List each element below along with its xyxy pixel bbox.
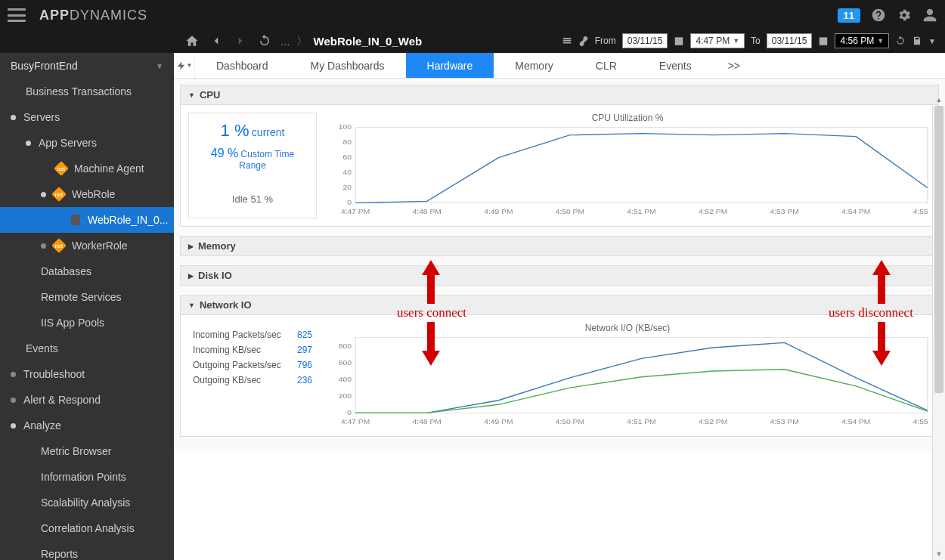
- sidebar-item-business-transactions[interactable]: Business Transactions: [0, 79, 174, 104]
- svg-text:600: 600: [339, 358, 352, 366]
- svg-text:20: 20: [343, 184, 352, 191]
- back-icon[interactable]: [209, 34, 223, 48]
- reload-icon[interactable]: [895, 36, 906, 46]
- arrow-down-icon: [422, 322, 440, 366]
- sidebar-item-workerrole[interactable]: netWorkerRole: [0, 233, 174, 258]
- notification-badge[interactable]: 11: [838, 8, 860, 23]
- svg-text:4:51 PM: 4:51 PM: [627, 418, 655, 425]
- svg-text:4:53 PM: 4:53 PM: [770, 418, 799, 425]
- tab-dashboard[interactable]: Dashboard: [195, 53, 290, 78]
- tab-clr[interactable]: CLR: [575, 53, 638, 78]
- annotation-connect: users connect: [397, 305, 466, 320]
- table-row: Outgoing KB/sec236: [193, 373, 312, 388]
- svg-rect-0: [675, 37, 683, 45]
- svg-text:0: 0: [347, 199, 352, 206]
- sidebar-item-analyze[interactable]: Analyze: [0, 413, 174, 438]
- top-bar: APPDYNAMICS 11: [0, 0, 945, 30]
- sidebar-item-machine-agent[interactable]: netMachine Agent: [0, 156, 174, 181]
- svg-text:0: 0: [347, 409, 352, 416]
- cpu-chart: CPU Utilization % 0204060801004:47 PM4:4…: [324, 113, 931, 218]
- chevron-right-icon: 〉: [296, 34, 308, 48]
- svg-rect-1: [820, 37, 828, 45]
- dropdown-icon[interactable]: ▼: [928, 37, 936, 45]
- memory-section-header[interactable]: ▶Memory: [180, 236, 939, 256]
- arrow-up-icon: [872, 260, 891, 304]
- sidebar-item-servers[interactable]: Servers: [0, 104, 174, 130]
- svg-text:4:54 PM: 4:54 PM: [841, 418, 870, 425]
- link-icon[interactable]: [578, 36, 589, 46]
- save-icon[interactable]: [912, 36, 922, 46]
- sidebar-item-remote-services[interactable]: Remote Services: [0, 284, 174, 310]
- sidebar-item-alert-respond[interactable]: Alert & Respond: [0, 387, 174, 413]
- sidebar-item-correlation-analysis[interactable]: Correlation Analysis: [0, 515, 174, 541]
- sidebar-item-scalability-analysis[interactable]: Scalability Analysis: [0, 490, 174, 515]
- arrow-up-icon: [422, 260, 440, 304]
- list-icon[interactable]: [562, 36, 572, 46]
- sidebar-item-reports[interactable]: Reports: [0, 541, 174, 560]
- table-row: Incoming Packets/sec825: [193, 327, 312, 342]
- from-label: From: [595, 36, 616, 46]
- arrow-down-icon: [872, 322, 891, 366]
- menu-icon[interactable]: [8, 8, 26, 22]
- svg-text:4:49 PM: 4:49 PM: [484, 418, 513, 425]
- svg-text:4:48 PM: 4:48 PM: [413, 208, 442, 215]
- breadcrumb-ellipsis[interactable]: ...: [280, 35, 290, 48]
- sidebar-item-iis-app-pools[interactable]: IIS App Pools: [0, 310, 174, 336]
- sidebar-item-events[interactable]: Events: [0, 336, 174, 361]
- svg-text:4:55 PM: 4:55 PM: [913, 208, 931, 215]
- sidebar-app-header[interactable]: BusyFrontEnd▼: [0, 53, 174, 79]
- cpu-info-card: 1 % current 49 % Custom Time Range Idle …: [188, 113, 317, 218]
- tab-my-dashboards[interactable]: My Dashboards: [290, 53, 406, 78]
- tab-memory[interactable]: Memory: [494, 53, 575, 78]
- from-date[interactable]: 03/11/15: [622, 33, 668, 48]
- sidebar-item-troubleshoot[interactable]: Troubleshoot: [0, 361, 174, 387]
- network-section-header[interactable]: ▼Network IO: [180, 295, 939, 315]
- table-row: Outgoing Packets/sec796: [193, 357, 312, 373]
- svg-text:4:51 PM: 4:51 PM: [627, 208, 655, 215]
- svg-rect-2: [355, 128, 928, 203]
- tab-events[interactable]: Events: [638, 53, 713, 78]
- scrollbar[interactable]: ▲ ▼: [932, 106, 945, 560]
- sidebar-item-webrole[interactable]: netWebRole: [0, 181, 174, 207]
- from-time[interactable]: 4:47 PM▼: [690, 33, 745, 48]
- svg-text:4:47 PM: 4:47 PM: [341, 208, 370, 215]
- svg-text:60: 60: [343, 153, 352, 161]
- calendar-icon-2[interactable]: [818, 36, 829, 46]
- sidebar-item-metric-browser[interactable]: Metric Browser: [0, 438, 174, 464]
- home-icon[interactable]: [185, 34, 199, 48]
- svg-text:100: 100: [339, 125, 352, 131]
- sidebar-item-webrole-instance[interactable]: WebRole_IN_0...: [0, 207, 174, 233]
- help-icon[interactable]: [871, 8, 886, 23]
- forward-icon[interactable]: [234, 34, 247, 48]
- table-row: Incoming KB/sec297: [193, 342, 312, 357]
- svg-text:400: 400: [339, 375, 352, 382]
- bolt-icon[interactable]: ▼: [174, 53, 195, 78]
- tab-more[interactable]: >>: [713, 53, 755, 78]
- gear-icon[interactable]: [897, 8, 912, 23]
- svg-text:4:52 PM: 4:52 PM: [699, 418, 727, 425]
- svg-text:4:48 PM: 4:48 PM: [413, 418, 442, 425]
- refresh-icon[interactable]: [258, 34, 271, 48]
- cpu-section-header[interactable]: ▼CPU: [180, 85, 939, 105]
- annotation-disconnect: users disconnect: [829, 305, 913, 320]
- to-time[interactable]: 4:56 PM▼: [835, 33, 889, 48]
- svg-text:800: 800: [339, 342, 352, 349]
- scroll-thumb[interactable]: [934, 106, 943, 393]
- svg-text:4:47 PM: 4:47 PM: [341, 418, 370, 425]
- svg-text:200: 200: [339, 391, 352, 399]
- breadcrumb-bar: ... 〉 WebRole_IN_0_Web From 03/11/15 4:4…: [0, 30, 945, 53]
- sidebar-item-app-servers[interactable]: App Servers: [0, 130, 174, 156]
- to-label: To: [751, 36, 761, 46]
- to-date[interactable]: 03/11/15: [767, 33, 813, 48]
- tab-hardware[interactable]: Hardware: [406, 53, 494, 78]
- svg-text:80: 80: [343, 138, 352, 146]
- app-logo: APPDYNAMICS: [39, 8, 147, 23]
- diskio-section-header[interactable]: ▶Disk IO: [180, 265, 939, 286]
- calendar-icon[interactable]: [674, 36, 684, 46]
- svg-text:4:55 PM: 4:55 PM: [913, 418, 931, 425]
- network-stats-table: Incoming Packets/sec825 Incoming KB/sec2…: [188, 323, 317, 429]
- sidebar-item-information-points[interactable]: Information Points: [0, 464, 174, 490]
- content-area: ▼ Dashboard My Dashboards Hardware Memor…: [174, 53, 945, 560]
- sidebar-item-databases[interactable]: Databases: [0, 258, 174, 284]
- user-icon[interactable]: [922, 8, 937, 23]
